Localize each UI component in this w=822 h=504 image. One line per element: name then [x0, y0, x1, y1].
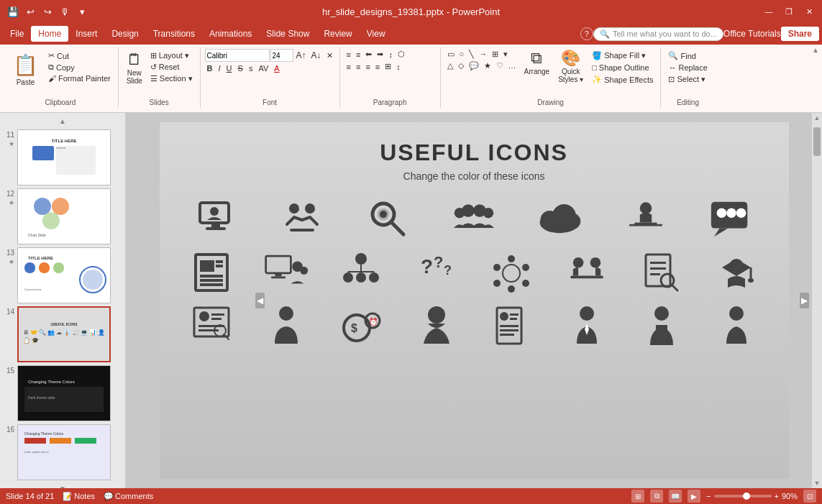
shape-callout-button[interactable]: 💬 — [467, 60, 481, 71]
scroll-down-arrow[interactable]: ▼ — [814, 480, 821, 487]
bold-button[interactable]: B — [205, 63, 215, 73]
record-button[interactable]: 🎙 — [58, 4, 72, 19]
shape-star-button[interactable]: ★ — [482, 60, 493, 71]
indent-decrease-button[interactable]: ⬅ — [363, 49, 374, 60]
right-scrollbar[interactable]: ▲ ▼ — [812, 113, 822, 488]
font-name-input[interactable] — [205, 49, 270, 62]
scrollbar-thumb[interactable] — [813, 127, 821, 156]
slide-item-12[interactable]: 12 ★ Chart Slide — [3, 188, 122, 244]
menu-view[interactable]: View — [360, 26, 393, 42]
underline-button[interactable]: U — [224, 63, 234, 73]
shape-more-button[interactable]: ⊞ — [490, 49, 501, 60]
text-direction-button[interactable]: ↕ — [386, 50, 395, 60]
clear-format-button[interactable]: ✕ — [324, 50, 335, 61]
office-tutorials-link[interactable]: Office Tutorials — [723, 29, 781, 39]
slide-thumbnail-16[interactable]: Changing Theme Colors Color palette demo — [17, 424, 111, 480]
normal-view-button[interactable]: ⊞ — [631, 490, 644, 503]
format-painter-button[interactable]: 🖌 Format Painter — [45, 73, 114, 83]
align-right-button[interactable]: ≡ — [363, 62, 372, 72]
redo-button[interactable]: ↪ — [40, 4, 55, 19]
align-center-button[interactable]: ≡ — [354, 62, 362, 72]
canvas-scroll-right[interactable]: ▶ — [800, 293, 809, 308]
quick-styles-button[interactable]: 🎨 QuickStyles ▾ — [555, 49, 586, 85]
close-button[interactable]: ✕ — [802, 4, 816, 19]
slide-thumbnail-14[interactable]: USEFUL ICONS 🖥🤝🔍 👥☁👔 📰💻📊 👤📋🎓 — [17, 306, 111, 362]
font-size-increase-button[interactable]: A↑ — [294, 50, 309, 61]
menu-insert[interactable]: Insert — [68, 26, 104, 42]
shape-rect-button[interactable]: ▭ — [445, 49, 457, 60]
zoom-in-button[interactable]: + — [775, 492, 779, 500]
new-slide-button[interactable]: 🗒 NewSlide — [123, 50, 146, 86]
arrange-button[interactable]: ⧉ Arrange — [521, 49, 553, 77]
menu-slideshow[interactable]: Slide Show — [259, 26, 316, 42]
ribbon-collapse-button[interactable]: ▲ — [812, 46, 819, 54]
minimize-button[interactable]: — — [762, 4, 776, 19]
slide-item-14[interactable]: 14 USEFUL ICONS 🖥🤝🔍 👥☁👔 📰💻📊 👤📋🎓 — [3, 306, 122, 362]
indent-increase-button[interactable]: ➡ — [375, 49, 385, 60]
reading-view-button[interactable]: 📖 — [669, 490, 682, 503]
numbering-button[interactable]: ≡ — [354, 50, 362, 60]
shape-oval-button[interactable]: ○ — [457, 49, 467, 60]
slide-item-13[interactable]: 13 ★ TITLE HERE Content area — [3, 247, 122, 303]
menu-file[interactable]: File — [3, 26, 31, 42]
shape-outline-button[interactable]: □ Shape Outline — [589, 63, 656, 73]
copy-button[interactable]: ⧉ Copy — [45, 62, 114, 73]
replace-button[interactable]: ↔ Replace — [665, 63, 710, 73]
menu-home[interactable]: Home — [31, 26, 68, 42]
columns-button[interactable]: ⊞ — [383, 61, 393, 72]
section-button[interactable]: ☰ Section ▾ — [147, 73, 196, 84]
slide-thumbnail-11[interactable]: TITLE HERE content — [17, 129, 111, 185]
menu-design[interactable]: Design — [104, 26, 145, 42]
spacing-button[interactable]: AV — [256, 63, 270, 73]
scroll-down-button[interactable]: ▼ — [3, 483, 122, 488]
canvas-scroll-left[interactable]: ◀ — [255, 293, 265, 308]
font-color-button[interactable]: A — [272, 63, 281, 73]
slideshow-button[interactable]: ▶ — [688, 490, 700, 503]
undo-button[interactable]: ↩ — [23, 4, 37, 19]
convert-to-smartart-button[interactable]: ⬡ — [396, 49, 407, 60]
menu-review[interactable]: Review — [316, 26, 359, 42]
shape-line-button[interactable]: ╲ — [467, 49, 476, 60]
paste-button[interactable]: 📋 Paste — [7, 50, 44, 89]
shape-effects-button[interactable]: ✨ Shape Effects — [589, 74, 656, 85]
find-button[interactable]: 🔍 Find — [665, 50, 698, 61]
scroll-up-arrow[interactable]: ▲ — [814, 114, 821, 122]
shape-heart-button[interactable]: ♡ — [494, 60, 506, 71]
shape-fill-button[interactable]: 🪣 Shape Fill ▾ — [589, 50, 656, 61]
zoom-out-button[interactable]: − — [706, 492, 711, 500]
scroll-up-button[interactable]: ▲ — [3, 116, 122, 127]
share-button[interactable]: Share — [781, 27, 819, 41]
slide-item-15[interactable]: 15 Changing Theme Colors Dark theme slid… — [3, 365, 122, 421]
tell-me-bar[interactable]: 🔍 Tell me what you want to do... — [593, 27, 723, 41]
save-button[interactable]: 💾 — [6, 4, 20, 19]
italic-button[interactable]: I — [216, 63, 223, 73]
line-spacing-button[interactable]: ↕ — [394, 62, 403, 72]
shape-arrow-button[interactable]: → — [477, 49, 489, 60]
cut-button[interactable]: ✂ Cut — [45, 50, 114, 61]
slide-sorter-button[interactable]: ⧉ — [650, 490, 663, 503]
shape-diamond-button[interactable]: ◇ — [456, 60, 466, 71]
shadow-button[interactable]: s — [247, 63, 255, 73]
zoom-slider[interactable] — [714, 495, 772, 498]
help-icon[interactable]: ? — [580, 27, 593, 40]
slide-thumbnail-13[interactable]: TITLE HERE Content area — [17, 247, 111, 303]
shape-triangle-button[interactable]: △ — [445, 60, 455, 71]
font-size-input[interactable] — [270, 49, 293, 62]
reset-button[interactable]: ↺ Reset — [147, 62, 196, 73]
font-size-decrease-button[interactable]: A↓ — [309, 50, 324, 61]
qat-more-button[interactable]: ▾ — [75, 4, 89, 19]
align-left-button[interactable]: ≡ — [344, 62, 353, 72]
slide-item-11[interactable]: 11 ★ TITLE HERE content — [3, 129, 122, 185]
shapes-more-button[interactable]: … — [506, 60, 519, 71]
restore-button[interactable]: ❐ — [782, 4, 796, 19]
shapes-dropdown-button[interactable]: ▾ — [501, 49, 510, 60]
slide-thumbnail-15[interactable]: Changing Theme Colors Dark theme slide — [17, 365, 111, 421]
comments-button[interactable]: 💬 Comments — [104, 492, 153, 501]
menu-animations[interactable]: Animations — [202, 26, 259, 42]
slide-thumbnail-12[interactable]: Chart Slide — [17, 188, 111, 244]
justify-button[interactable]: ≡ — [373, 62, 382, 72]
notes-button[interactable]: 📝 Notes — [63, 492, 95, 501]
slide-item-16[interactable]: 16 Changing Theme Colors Color palette d… — [3, 424, 122, 480]
fit-to-window-button[interactable]: ⊡ — [803, 490, 816, 503]
select-button[interactable]: ⊡ Select ▾ — [665, 74, 708, 85]
